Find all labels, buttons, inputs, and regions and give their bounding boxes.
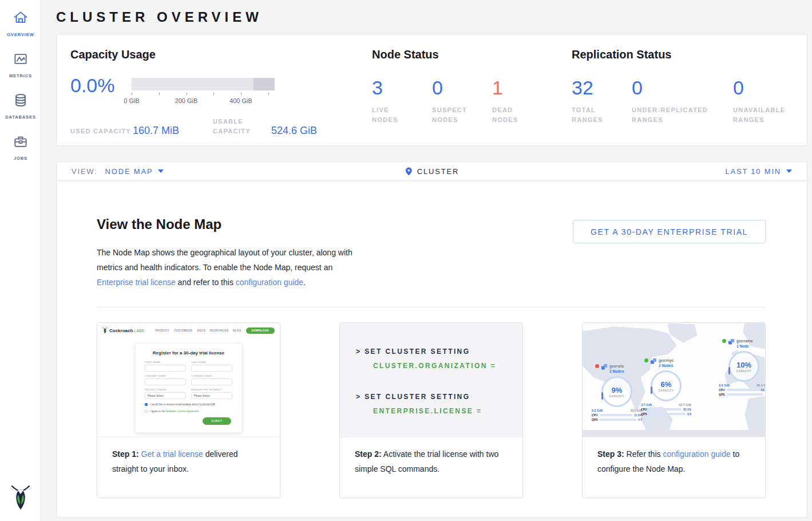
checkbox-unchecked-icon: [145, 410, 148, 413]
dead-nodes-label: DEAD NODES: [492, 105, 533, 125]
location-pin-icon: [405, 167, 413, 176]
section-heading: View the Node Map: [97, 216, 365, 232]
mini-nav-blog: BLOG: [233, 329, 241, 332]
capacity-bar-track: [132, 78, 275, 90]
view-bar: VIEW: NODE MAP CLUSTER LAST 10 MIN: [56, 161, 807, 181]
sql-command: > SET CLUSTER SETTING: [356, 392, 522, 401]
capacity-usage-title: Capacity Usage: [70, 48, 372, 61]
replication-status-section: Replication Status 32 TOTAL RANGES 0 UND…: [572, 48, 807, 145]
form-title: Register for a 30-day trial license: [145, 350, 232, 356]
sidebar-item-jobs[interactable]: JOBS: [0, 125, 41, 166]
sql-setting: ENTERPRISE.LICENSE =: [373, 406, 522, 416]
under-replicated-ranges-value: 0: [632, 77, 733, 98]
chevron-down-icon: [158, 169, 164, 173]
mini-nav-resources: RESOURCES: [210, 329, 228, 332]
mini-nav-customers: CUSTOMERS: [174, 329, 192, 332]
project-phase-select: Please Select: [145, 392, 186, 399]
mini-submit-button: SUBMIT: [203, 417, 231, 425]
capacity-gauge: 10%CAPACITY: [728, 351, 759, 382]
main-area: CLUSTER OVERVIEW Capacity Usage 0.0% 0: [41, 0, 812, 521]
used-capacity-value: 160.7 MiB: [133, 125, 213, 136]
step1-card: CockroachLABS PRODUCT CUSTOMERS DOCS RES…: [97, 322, 280, 498]
capacity-bar: 0 GiB 200 GiB 400 GiB: [132, 75, 275, 105]
sidebar-item-databases[interactable]: DATABASES: [0, 84, 41, 125]
total-ranges-stat: 32 TOTAL RANGES: [572, 77, 632, 125]
cockroach-labs-logo: CockroachLABS: [102, 327, 144, 334]
live-nodes-stat: 3 LIVE NODES: [372, 77, 432, 125]
tick-label-0: 0 GiB: [124, 97, 140, 104]
unavailable-ranges-stat: 0 UNAVAILABLE RANGES: [733, 77, 793, 125]
chevron-down-icon: [786, 169, 792, 173]
database-icon: [13, 100, 29, 110]
time-range-value: LAST 10 MIN: [725, 167, 781, 176]
mini-nav-docs: DOCS: [197, 329, 205, 332]
view-selector-dropdown[interactable]: NODE MAP: [105, 167, 164, 176]
briefcase-icon: [13, 141, 29, 151]
under-replicated-ranges-stat: 0 UNDER-REPLICATED RANGES: [632, 77, 733, 125]
metrics-icon: [13, 59, 29, 69]
suspect-nodes-label: SUSPECT NODES: [432, 105, 473, 125]
trial-registration-form: Register for a 30-day trial license FIRS…: [135, 343, 242, 433]
section-description: The Node Map shows the geographical layo…: [97, 245, 365, 290]
usable-capacity-value: 524.6 GiB: [271, 125, 317, 136]
cluster-label: CLUSTER: [417, 167, 459, 176]
node-status-title: Node Status: [372, 48, 572, 61]
sidebar-item-label: OVERVIEW: [0, 32, 41, 37]
under-replicated-ranges-label: UNDER-REPLICATED RANGES: [632, 105, 724, 125]
sidebar-item-label: DATABASES: [0, 115, 41, 120]
status-dot-dead-icon: [595, 364, 599, 368]
suspect-nodes-value: 0: [432, 77, 492, 98]
enterprise-trial-button[interactable]: GET A 30-DAY ENTERPRISE TRIAL: [573, 220, 766, 243]
status-dot-live-icon: [722, 339, 726, 343]
capacity-bar-nonusable-segment: [253, 78, 275, 90]
cluster-breadcrumb: CLUSTER: [405, 167, 459, 176]
step3-caption: Step 3: Refer this configuration guide t…: [583, 437, 765, 486]
locality-sfo: geo=sfo2 Nodes 9%CAPACITY 3.2 GiB331 GiB…: [592, 363, 642, 421]
reason-select: Please Select: [191, 392, 232, 399]
nodes-cube-icon: [601, 364, 608, 370]
capacity-used-percent: 0.0%: [70, 75, 132, 105]
sidebar-item-label: JOBS: [0, 156, 41, 161]
tick-label-200: 200 GiB: [175, 97, 198, 104]
nodes-cube-icon: [650, 358, 657, 365]
locality-ams: geo=ams1 Node 10%CAPACITY 3.6 GiB36.4 Gi…: [719, 338, 765, 396]
step2-caption: Step 2: Activate the trial license with …: [340, 437, 522, 486]
page-title: CLUSTER OVERVIEW: [56, 9, 807, 25]
mini-nav-product: PRODUCT: [155, 329, 169, 332]
sql-command: > SET CLUSTER SETTING: [356, 347, 522, 356]
sidebar: OVERVIEW METRICS DATABASES JOBS: [0, 0, 41, 521]
sql-setting: CLUSTER.ORGANIZATION =: [373, 361, 522, 370]
sidebar-item-metrics[interactable]: METRICS: [0, 42, 41, 84]
total-ranges-label: TOTAL RANGES: [572, 105, 613, 125]
capacity-gauge: 6%CAPACITY: [651, 370, 682, 401]
node-map-promo-panel: View the Node Map The Node Map shows the…: [56, 181, 807, 518]
configuration-guide-link[interactable]: configuration guide: [663, 449, 730, 459]
sidebar-item-label: METRICS: [0, 73, 41, 78]
view-selector-value: NODE MAP: [105, 167, 153, 176]
step3-card: geo=sfo2 Nodes 9%CAPACITY 3.2 GiB331 GiB…: [582, 322, 766, 498]
dead-nodes-value: 1: [492, 77, 552, 98]
usable-capacity-label: USABLE CAPACITY: [213, 117, 271, 136]
step1-screenshot: CockroachLABS PRODUCT CUSTOMERS DOCS RES…: [97, 323, 280, 437]
unavailable-ranges-label: UNAVAILABLE RANGES: [733, 105, 797, 125]
configuration-guide-link[interactable]: configuration guide: [236, 278, 303, 287]
last-name-field: [191, 365, 232, 372]
capacity-gauge: 9%CAPACITY: [601, 376, 632, 407]
capacity-usage-section: Capacity Usage 0.0% 0 GiB 200 GiB: [70, 48, 372, 145]
enterprise-trial-license-link[interactable]: Enterprise trial license: [97, 278, 176, 287]
unavailable-ranges-value: 0: [733, 77, 793, 98]
nodes-cube-icon: [728, 338, 735, 345]
sidebar-item-overview[interactable]: OVERVIEW: [0, 0, 41, 42]
node-status-section: Node Status 3 LIVE NODES 0 SUSPECT NODES…: [372, 48, 572, 145]
view-label: VIEW:: [72, 167, 98, 176]
tick-label-400: 400 GiB: [229, 97, 252, 104]
dead-nodes-stat: 1 DEAD NODES: [492, 77, 552, 125]
time-range-dropdown[interactable]: LAST 10 MIN: [725, 167, 792, 176]
mini-download-button: DOWNLOAD: [246, 327, 275, 334]
replication-status-title: Replication Status: [572, 48, 807, 61]
used-capacity-label: USED CAPACITY: [70, 127, 133, 136]
checkbox-checked-icon: [145, 403, 148, 406]
get-trial-license-link[interactable]: Get a trial license: [141, 449, 203, 459]
suspect-nodes-stat: 0 SUSPECT NODES: [432, 77, 492, 125]
locality-nyc: geo=nyc2 Nodes 6%CAPACITY 3.7 GiB43.7 Gi…: [641, 357, 691, 416]
